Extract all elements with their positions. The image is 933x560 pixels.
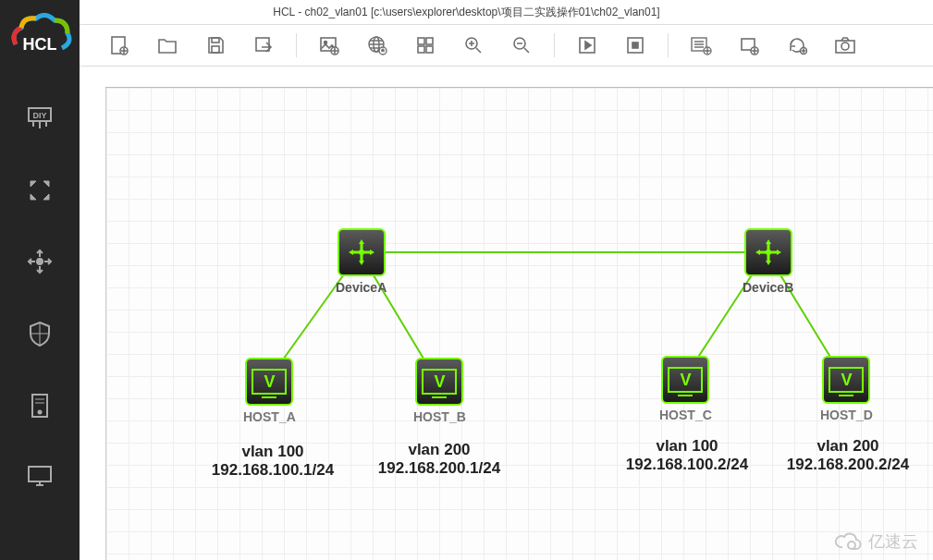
monitor-tool-icon[interactable] (26, 464, 54, 492)
svg-rect-17 (212, 46, 219, 53)
device-b-label: DeviceB (743, 280, 793, 295)
device-a[interactable]: DeviceA (336, 228, 387, 295)
svg-text:DIY: DIY (32, 111, 46, 120)
annotation-host-d: vlan 200 192.168.200.2/24 (774, 437, 922, 474)
watermark-text: 亿速云 (868, 530, 918, 553)
host-icon: V (661, 356, 709, 404)
hcl-logo: HCL (0, 6, 80, 72)
grid-view-button[interactable] (413, 33, 437, 57)
host-a[interactable]: V HOST_A (243, 358, 296, 424)
stop-button[interactable] (623, 33, 647, 57)
device-b[interactable]: DeviceB (743, 228, 793, 295)
export-button[interactable] (252, 33, 276, 57)
vlan-text: vlan 100 (241, 443, 303, 460)
play-button[interactable] (575, 33, 599, 57)
open-file-button[interactable] (155, 33, 179, 57)
vlan-text: vlan 200 (816, 437, 878, 455)
host-icon: V (415, 358, 463, 406)
zoom-in-button[interactable] (461, 33, 485, 57)
svg-rect-28 (426, 46, 433, 53)
svg-text:HCL: HCL (23, 35, 57, 54)
image-insert-button[interactable] (317, 33, 341, 57)
server-tool-icon[interactable] (30, 392, 50, 423)
svg-rect-46 (758, 251, 779, 254)
annotation-host-b: vlan 200 192.168.200.1/24 (365, 441, 513, 478)
svg-point-6 (37, 259, 43, 264)
diy-tool-icon[interactable]: DIY (26, 105, 54, 137)
toolbar (80, 24, 933, 67)
vlan-text: vlan 200 (408, 441, 470, 458)
host-icon: V (822, 356, 870, 404)
host-b[interactable]: V HOST_B (413, 358, 466, 424)
svg-point-8 (39, 411, 42, 414)
svg-point-40 (841, 43, 849, 50)
move-tool-icon[interactable] (26, 248, 54, 279)
svg-rect-11 (29, 467, 51, 481)
vlan-text: vlan 100 (656, 437, 718, 455)
ip-text: 192.168.200.1/24 (365, 459, 513, 478)
ip-text: 192.168.100.1/24 (199, 461, 347, 480)
left-sidebar: HCL DIY (0, 0, 80, 560)
host-b-label: HOST_B (413, 409, 466, 424)
zoom-out-button[interactable] (509, 33, 534, 57)
toolbar-divider (668, 33, 669, 57)
expand-tool-icon[interactable] (27, 177, 53, 207)
host-icon: V (245, 358, 293, 406)
host-d[interactable]: V HOST_D (820, 356, 873, 422)
svg-point-47 (848, 542, 855, 549)
canvas-area[interactable]: DeviceA DeviceB V HOST_A V HOST_B V HOST… (80, 67, 933, 560)
svg-rect-33 (632, 43, 638, 48)
list-add-button[interactable] (689, 33, 713, 57)
device-a-label: DeviceA (336, 280, 387, 295)
svg-rect-26 (426, 38, 433, 44)
new-file-button[interactable] (107, 33, 131, 57)
annotation-host-a: vlan 100 192.168.100.1/24 (199, 443, 347, 480)
switch-icon (744, 228, 792, 276)
host-c-label: HOST_C (659, 408, 712, 422)
host-c[interactable]: V HOST_C (659, 356, 712, 422)
globe-settings-button[interactable] (365, 33, 389, 57)
rect-add-button[interactable] (737, 33, 761, 57)
ip-text: 192.168.200.2/24 (774, 456, 922, 474)
svg-rect-25 (418, 38, 424, 44)
svg-rect-16 (212, 38, 219, 43)
host-d-label: HOST_D (820, 408, 873, 422)
watermark: 亿速云 (835, 530, 918, 553)
ip-text: 192.168.100.2/24 (613, 456, 761, 474)
refresh-button[interactable] (785, 33, 809, 57)
switch-icon (338, 228, 386, 276)
window-title: HCL - ch02_vlan01 [c:\users\explorer\des… (0, 0, 933, 24)
svg-rect-43 (351, 251, 372, 254)
svg-rect-27 (418, 46, 424, 53)
toolbar-divider (296, 33, 297, 57)
shield-tool-icon[interactable] (28, 320, 52, 351)
topology-links (106, 88, 933, 560)
save-button[interactable] (203, 33, 227, 57)
canvas-grid[interactable]: DeviceA DeviceB V HOST_A V HOST_B V HOST… (105, 87, 933, 560)
camera-button[interactable] (833, 33, 857, 57)
toolbar-divider (554, 33, 555, 57)
host-a-label: HOST_A (243, 409, 296, 424)
annotation-host-c: vlan 100 192.168.100.2/24 (613, 437, 761, 474)
